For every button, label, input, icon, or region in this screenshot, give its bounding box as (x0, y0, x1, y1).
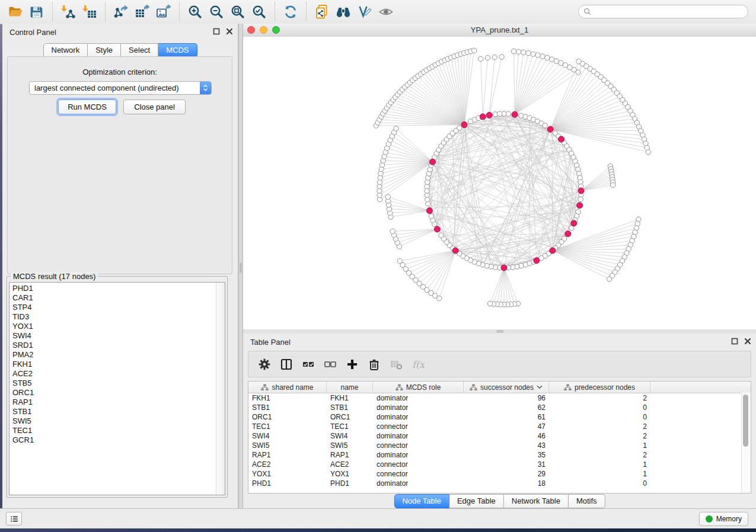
table-cell-name[interactable]: FKH1 (327, 394, 373, 402)
mcds-hub-node[interactable] (452, 248, 458, 254)
mcds-hub-node[interactable] (559, 136, 564, 142)
network-node[interactable] (516, 49, 521, 54)
table-cell-successor_nodes[interactable]: 18 (464, 479, 549, 488)
zoom-in-button[interactable] (184, 2, 206, 21)
style-preview-button[interactable] (354, 2, 375, 21)
zoom-out-button[interactable] (206, 2, 227, 21)
network-node[interactable] (390, 229, 395, 233)
tab-style[interactable]: Style (88, 43, 121, 57)
table-cell-successor_nodes[interactable]: 47 (464, 422, 549, 431)
network-node[interactable] (521, 50, 526, 55)
open-button[interactable] (5, 2, 26, 21)
search-input[interactable] (594, 7, 743, 17)
table-cell-shared_name[interactable]: ORC1 (248, 413, 327, 421)
network-node[interactable] (526, 50, 531, 55)
export-network-button[interactable] (110, 2, 132, 21)
list-item[interactable]: ORC1 (12, 388, 225, 398)
list-item[interactable]: TID3 (12, 312, 225, 322)
table-cell-successor_nodes[interactable]: 62 (464, 403, 549, 412)
table-cell-name[interactable]: ACE2 (327, 460, 373, 469)
network-graph[interactable] (243, 37, 756, 329)
table-scrollbar[interactable] (741, 393, 751, 493)
list-item[interactable]: RAP1 (12, 398, 225, 407)
tab-node-table[interactable]: Node Table (394, 494, 449, 508)
table-cell-predecessor_nodes[interactable]: 1 (549, 460, 650, 469)
zoom-selected-button[interactable] (248, 2, 270, 21)
list-item[interactable]: SWI5 (12, 416, 225, 426)
table-cell-predecessor_nodes[interactable]: 0 (549, 413, 650, 421)
import-network-button[interactable] (58, 2, 79, 21)
table-cell-successor_nodes[interactable]: 43 (464, 441, 549, 450)
list-item[interactable]: PHD1 (12, 284, 225, 293)
export-table-button[interactable] (132, 2, 153, 21)
table-cell-name[interactable]: TEC1 (327, 422, 373, 431)
list-item[interactable]: CAR1 (12, 293, 225, 303)
table-cell-shared_name[interactable]: SWI4 (248, 432, 327, 440)
refresh-button[interactable] (280, 2, 301, 21)
network-node[interactable] (506, 111, 511, 116)
column-header-predecessor-nodes[interactable]: predecessor nodes (549, 382, 650, 393)
list-item[interactable]: SRD1 (12, 341, 225, 350)
table-cell-mcds_role[interactable]: dominator (373, 479, 464, 488)
binoculars-button[interactable] (333, 2, 354, 21)
table-cell-shared_name[interactable]: RAP1 (248, 451, 327, 459)
public-database-button[interactable] (311, 2, 333, 21)
import-table-button[interactable] (79, 2, 100, 21)
mcds-result-list[interactable]: PHD1CAR1STP4TID3YOX1SWI4SRD1PMA2FKH1ACE2… (9, 282, 225, 495)
network-node[interactable] (540, 54, 545, 59)
table-cell-name[interactable]: STB1 (327, 403, 373, 412)
close-table-panel-icon[interactable] (744, 338, 751, 345)
network-node[interactable] (576, 70, 580, 75)
criterion-dropdown[interactable]: largest connected component (undirected) (29, 81, 212, 95)
table-row[interactable]: ACE2ACE2connector311 (248, 460, 751, 469)
table-cell-name[interactable]: YOX1 (327, 470, 373, 478)
tab-motifs[interactable]: Motifs (569, 494, 605, 508)
network-node[interactable] (385, 194, 390, 199)
network-node[interactable] (535, 53, 540, 57)
table-cell-mcds_role[interactable]: dominator (373, 413, 464, 421)
table-cell-name[interactable]: SWI4 (327, 432, 373, 440)
list-item[interactable]: PMA2 (12, 350, 225, 360)
table-cell-successor_nodes[interactable]: 31 (464, 460, 549, 469)
network-node[interactable] (497, 111, 502, 116)
node-table[interactable]: shared namenameMCDS rolesuccessor nodesp… (248, 381, 751, 493)
network-node[interactable] (543, 123, 547, 128)
network-node[interactable] (578, 197, 583, 201)
close-panel-button[interactable]: Close panel (123, 100, 186, 114)
table-cell-successor_nodes[interactable]: 96 (464, 394, 549, 402)
table-row[interactable]: SWI5SWI5connector431 (248, 441, 751, 450)
columns-button[interactable] (277, 354, 295, 374)
select-all-button[interactable] (299, 354, 317, 374)
table-cell-predecessor_nodes[interactable]: 2 (549, 451, 650, 459)
table-row[interactable]: ORC1ORC1dominator610 (248, 412, 751, 422)
table-cell-predecessor_nodes[interactable]: 1 (549, 441, 650, 450)
table-row[interactable]: YOX1YOX1connector291 (248, 469, 751, 479)
mcds-hub-node[interactable] (534, 258, 540, 264)
tab-network-table[interactable]: Network Table (504, 494, 569, 508)
list-item[interactable]: STB1 (12, 407, 225, 416)
memory-button[interactable]: Memory (699, 512, 748, 526)
table-row[interactable]: STB1STB1dominator620 (248, 403, 751, 412)
deselect-all-button[interactable] (321, 354, 339, 374)
column-header-MCDS-role[interactable]: MCDS role (373, 382, 464, 393)
list-item[interactable]: SWI4 (12, 331, 225, 341)
table-cell-shared_name[interactable]: TEC1 (248, 422, 327, 431)
export-image-button[interactable] (153, 2, 174, 21)
vertical-splitter[interactable] (238, 24, 243, 508)
list-item[interactable]: STP4 (12, 303, 225, 312)
add-button[interactable] (343, 354, 361, 374)
table-cell-shared_name[interactable]: FKH1 (248, 394, 327, 402)
mcds-hub-node[interactable] (577, 203, 583, 209)
network-node[interactable] (499, 55, 504, 59)
float-panel-icon[interactable] (213, 28, 220, 35)
table-cell-name[interactable]: RAP1 (327, 451, 373, 459)
table-cell-mcds_role[interactable]: dominator (373, 451, 464, 459)
horizontal-splitter[interactable] (243, 329, 756, 334)
list-item[interactable]: STB5 (12, 379, 225, 388)
tab-select[interactable]: Select (121, 43, 158, 57)
network-node[interactable] (492, 55, 497, 59)
mcds-hub-node[interactable] (512, 111, 518, 117)
status-menu-button[interactable] (6, 512, 22, 525)
table-cell-name[interactable]: SWI5 (327, 441, 373, 450)
network-canvas[interactable] (243, 37, 756, 329)
